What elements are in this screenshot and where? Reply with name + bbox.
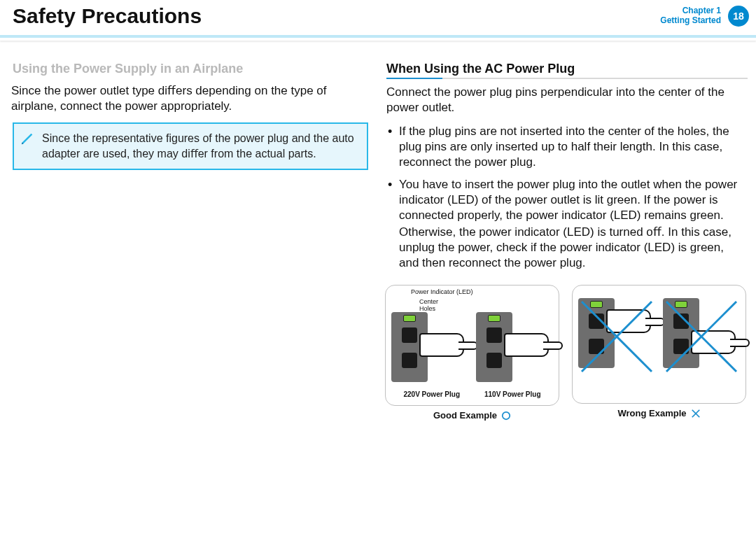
chapter-label: Chapter 1 Getting Started <box>660 6 721 25</box>
bullet-text-1: If the plug pins are not inserted into t… <box>399 125 729 169</box>
power-indicator-label: Power Indicator (LED) <box>411 288 473 295</box>
plug-110v-illustration <box>476 312 553 389</box>
chapter-line-1: Chapter 1 <box>660 6 721 15</box>
good-example-caption: Good Example <box>385 410 559 421</box>
list-item: You have to insert the power plug into t… <box>386 177 745 271</box>
bullet-text-2: You have to insert the power plug into t… <box>399 178 737 222</box>
note-text: Since the representative ﬁgures of the p… <box>42 132 354 160</box>
chapter-line-2: Getting Started <box>660 15 721 25</box>
diagram-row: Power Indicator (LED) Center Holes <box>385 285 746 421</box>
ac-intro-text: Connect the power plug pins perpendicula… <box>386 85 745 115</box>
wrong-example-box <box>572 285 746 404</box>
left-column: Using the Power Supply in an Airplane Si… <box>10 52 371 170</box>
list-item: If the plug pins are not inserted into t… <box>386 124 745 170</box>
svg-point-0 <box>503 411 510 419</box>
airplane-intro-text: Since the power outlet type diﬀers depen… <box>11 83 370 114</box>
ac-bullet-list: If the plug pins are not inserted into t… <box>386 124 745 271</box>
wrong-plug-2-illustration <box>663 298 740 375</box>
wrong-plug-1-illustration <box>578 298 655 375</box>
right-column: When Using the AC Power Plug Connect the… <box>385 52 746 421</box>
page-header: Safety Precautions Chapter 1 Getting Sta… <box>0 0 756 38</box>
x-icon <box>691 409 701 418</box>
page-title: Safety Precautions <box>13 4 202 28</box>
good-example-box: Power Indicator (LED) Center Holes <box>385 285 559 406</box>
wrong-example-caption: Wrong Example <box>572 408 746 418</box>
plug-220v-illustration <box>391 312 468 389</box>
wrong-example-label: Wrong Example <box>617 408 686 418</box>
circle-icon <box>501 411 511 421</box>
otherwise-text: Otherwise, the power indicator (LED) is … <box>399 225 745 271</box>
plug-220v-label: 220V Power Plug <box>391 390 472 398</box>
center-holes-label: Center Holes <box>419 298 438 312</box>
section-underline <box>386 78 748 79</box>
section-title-airplane: Using the Power Supply in an Airplane <box>13 62 371 76</box>
plug-110v-label: 110V Power Plug <box>472 390 554 398</box>
page-number-badge: 18 <box>728 6 749 27</box>
note-box: Since the representative ﬁgures of the p… <box>13 122 368 170</box>
note-icon <box>20 131 35 146</box>
good-example-label: Good Example <box>433 410 497 421</box>
section-title-ac-plug: When Using the AC Power Plug <box>386 62 746 76</box>
